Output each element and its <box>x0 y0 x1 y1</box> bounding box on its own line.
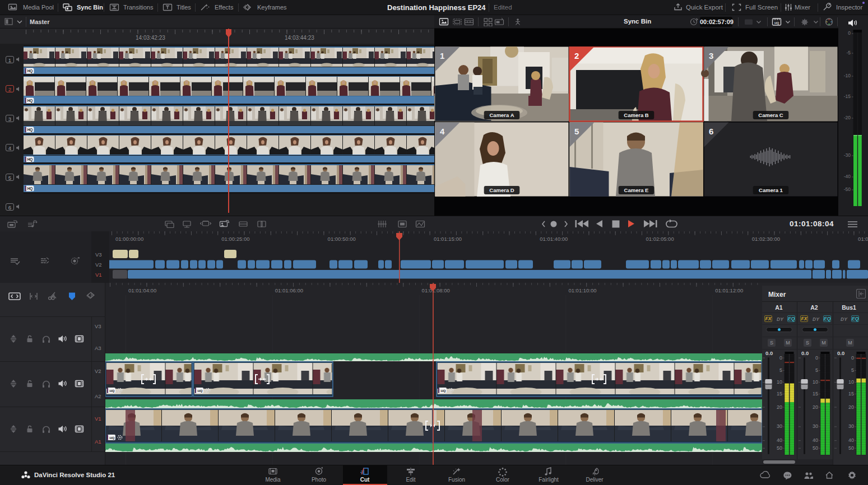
svg-text:-5: -5 <box>846 50 851 55</box>
svg-text:2: 2 <box>574 51 579 60</box>
svg-text:Camera 1: Camera 1 <box>759 187 783 193</box>
svg-text:3: 3 <box>709 51 713 60</box>
svg-text:6: 6 <box>709 127 713 136</box>
svg-text:5: 5 <box>574 127 579 136</box>
svg-text:HQ: HQ <box>27 69 33 73</box>
svg-text:Camera B: Camera B <box>624 112 648 118</box>
svg-text:Camera A: Camera A <box>489 112 514 118</box>
svg-text:HQ: HQ <box>27 128 33 132</box>
svg-text:-10: -10 <box>844 73 851 78</box>
svg-text:HQ: HQ <box>774 21 779 25</box>
svg-text:01:01:15:00: 01:01:15:00 <box>434 236 462 242</box>
svg-text:4: 4 <box>440 127 445 136</box>
svg-text:0: 0 <box>848 30 851 36</box>
svg-text:Camera E: Camera E <box>624 187 649 193</box>
svg-text:HQ: HQ <box>27 186 33 191</box>
svg-text:01:00:00:00: 01:00:00:00 <box>115 236 143 242</box>
svg-text:01:00:50:00: 01:00:50:00 <box>328 236 356 242</box>
svg-text:HQ: HQ <box>110 436 115 440</box>
svg-text:HQ: HQ <box>198 389 203 393</box>
svg-text:HQ: HQ <box>27 157 33 162</box>
svg-text:01:01:04:00: 01:01:04:00 <box>128 287 156 293</box>
svg-text:Camera D: Camera D <box>489 187 514 193</box>
svg-text:01:02:55:00: 01:02:55:00 <box>858 236 868 242</box>
svg-text:01:01:10:00: 01:01:10:00 <box>568 287 596 293</box>
svg-text:-50: -50 <box>844 186 851 192</box>
svg-text:01:01:12:00: 01:01:12:00 <box>715 287 743 293</box>
svg-text:-30: -30 <box>844 152 851 158</box>
svg-text:01:02:05:00: 01:02:05:00 <box>646 236 674 242</box>
svg-text:-15: -15 <box>844 94 851 99</box>
svg-text:Camera C: Camera C <box>758 112 783 118</box>
svg-text:HQ: HQ <box>27 99 33 103</box>
svg-text:-40: -40 <box>844 174 851 179</box>
svg-text:1: 1 <box>440 51 444 60</box>
svg-text:01:00:25:00: 01:00:25:00 <box>221 236 249 242</box>
svg-text:01:01:06:00: 01:01:06:00 <box>275 287 303 293</box>
svg-text:HQ: HQ <box>441 389 446 393</box>
svg-text:HQ: HQ <box>110 389 115 393</box>
svg-text:01:01:40:00: 01:01:40:00 <box>540 236 568 242</box>
svg-text:01:02:30:00: 01:02:30:00 <box>752 236 780 242</box>
svg-text:01:01:08:00: 01:01:08:00 <box>422 287 450 293</box>
svg-text:-20: -20 <box>844 115 851 120</box>
